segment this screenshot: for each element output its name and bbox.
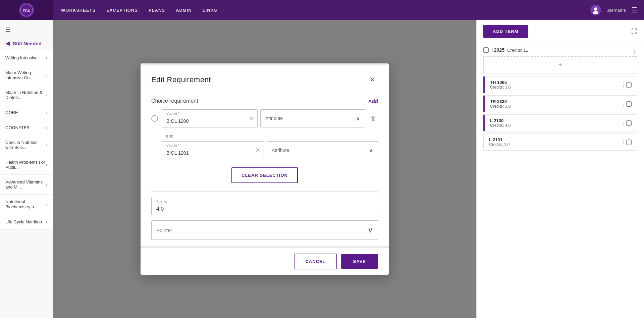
- course-card-1: TH 1065 Credits: 3.0 ⋮: [483, 76, 637, 93]
- course-checkbox-3[interactable]: [626, 120, 632, 126]
- nav-links: WORKSHEETS EXCEPTIONS PLANS ADMIN LINKS: [53, 8, 590, 13]
- course-label-2: Course *: [166, 144, 179, 147]
- nav-admin[interactable]: ADMIN: [176, 8, 192, 13]
- sidebar-item-nutritional-biochemistry[interactable]: Nutritional Biochemistry a... ›: [0, 195, 53, 214]
- sidebar-item-label: Conc in Nutrition with Scie...: [5, 140, 46, 150]
- right-panel-header: ADD TERM ⛶: [477, 20, 644, 43]
- course-card-4: L 2131 Credits: 1.0 ⋮: [483, 134, 637, 151]
- term-section: l 2025 Credits: 11 ⋮ + TH 1065 Credits: …: [477, 43, 644, 154]
- delete-requirement-button-1[interactable]: 🗑: [369, 114, 378, 123]
- course-checkbox-4[interactable]: [626, 140, 632, 145]
- sidebar-item-list: Writing Intensive › Major Writing Intens…: [0, 50, 53, 318]
- chevron-right-icon: ›: [46, 55, 47, 60]
- sidebar-item-writing-intensive[interactable]: Writing Intensive ›: [0, 50, 53, 65]
- attribute-label-1: Attribute: [265, 116, 283, 121]
- sidebar-toggle-button[interactable]: ☰: [0, 23, 53, 36]
- sidebar-item-health-problems[interactable]: Health Problems I or Publi... ›: [0, 155, 53, 175]
- back-arrow-icon: ◀: [5, 40, 10, 47]
- attribute-label-2: Attribute: [272, 148, 289, 153]
- modal-body: Choice requirement Add Course * ✕: [141, 91, 389, 245]
- sidebar-item-label: CORE: [5, 110, 18, 115]
- sidebar-item-conc-nutrition[interactable]: Conc in Nutrition with Scie... ›: [0, 135, 53, 155]
- course-info-2: TR 2330 Credits: 3.0: [490, 99, 621, 109]
- still-needed-title: Still Needed: [13, 41, 42, 46]
- chevron-right-icon: ›: [46, 92, 47, 98]
- course-info-1: TH 1065 Credits: 3.0: [490, 80, 621, 90]
- course-menu-icon-1[interactable]: ⋮: [621, 82, 626, 88]
- expand-icon[interactable]: ⛶: [631, 28, 637, 35]
- modal-close-button[interactable]: ✕: [367, 74, 378, 86]
- course-code-1: TH 1065: [490, 80, 621, 85]
- ecu-logo: ECU: [19, 3, 34, 17]
- pointer-dropdown[interactable]: Pointer ∨: [151, 220, 378, 240]
- content-area: Edit Requirement ✕ Choice requirement Ad…: [53, 20, 476, 318]
- sidebar-item-label: Nutritional Biochemistry a...: [5, 199, 46, 209]
- sidebar: ☰ ◀ Still Needed Writing Intensive › Maj…: [0, 20, 53, 318]
- course-menu-icon-4[interactable]: ⋮: [621, 139, 626, 145]
- save-button[interactable]: SAVE: [341, 254, 378, 269]
- sidebar-item-label: Major in Nutrition & Dieteti...: [5, 90, 46, 100]
- course-credits-4: Credits: 1.0: [489, 142, 621, 147]
- and-separator-label: and: [151, 133, 378, 141]
- req-fields-2: Course * ✕ Attribute ∨: [162, 141, 378, 159]
- sidebar-item-core[interactable]: CORE ›: [0, 105, 53, 120]
- add-requirement-link[interactable]: Add: [368, 98, 378, 104]
- course-clear-button-2[interactable]: ✕: [255, 147, 260, 154]
- sidebar-item-label: Health Problems I or Publi...: [5, 160, 46, 170]
- term-title: l 2025: [491, 47, 504, 53]
- sidebar-item-life-cycle[interactable]: Life Cycle Nutrition ›: [0, 214, 53, 229]
- course-info-4: L 2131 Credits: 1.0: [489, 137, 621, 147]
- chevron-right-icon: ›: [46, 110, 47, 115]
- credits-field-label: Credits: [156, 200, 167, 204]
- course-menu-icon-3[interactable]: ⋮: [621, 120, 626, 126]
- course-checkbox-1[interactable]: [626, 82, 632, 88]
- user-avatar-icon[interactable]: [590, 5, 601, 15]
- course-checkbox-2[interactable]: [626, 101, 632, 107]
- course-code-3: L 2130: [490, 118, 621, 123]
- cancel-button[interactable]: CANCEL: [294, 254, 337, 269]
- hamburger-menu-icon[interactable]: ☰: [631, 6, 637, 14]
- term-checkbox[interactable]: [483, 47, 489, 53]
- nav-links[interactable]: LINKS: [203, 8, 217, 13]
- course-menu-icon-2[interactable]: ⋮: [621, 101, 626, 107]
- clear-selection-button[interactable]: CLEAR SELECTION: [231, 167, 298, 183]
- sidebar-item-major-writing[interactable]: Major Writing Intensive Co... ›: [0, 65, 53, 85]
- chevron-right-icon: ›: [46, 182, 47, 187]
- sidebar-item-cognates[interactable]: COGNATES ›: [0, 120, 53, 135]
- req-fields-1: Course * ✕ Attribute ∨: [162, 109, 365, 127]
- requirement-row-1: Course * ✕ Attribute ∨ 🗑: [151, 109, 378, 127]
- logo-area: ECU: [0, 0, 53, 20]
- add-course-button[interactable]: +: [483, 56, 637, 73]
- attribute-dropdown-2[interactable]: Attribute ∨: [267, 141, 378, 159]
- course-input-1[interactable]: Course * ✕: [162, 109, 258, 127]
- sidebar-item-label: Major Writing Intensive Co...: [5, 70, 46, 80]
- sidebar-item-label: Writing Intensive: [5, 55, 38, 60]
- nav-exceptions[interactable]: EXCEPTIONS: [106, 8, 138, 13]
- attribute-dropdown-1[interactable]: Attribute ∨: [260, 109, 365, 127]
- nav-worksheets[interactable]: WORKSHEETS: [61, 8, 96, 13]
- main-layout: ☰ ◀ Still Needed Writing Intensive › Maj…: [0, 20, 644, 318]
- sidebar-back-button[interactable]: ◀ Still Needed: [0, 36, 53, 50]
- sidebar-item-advanced-vitamins[interactable]: Advanced Vitamins and Mi... ›: [0, 175, 53, 195]
- add-term-button[interactable]: ADD TERM: [483, 25, 528, 38]
- choice-requirement-title: Choice requirement: [151, 98, 198, 104]
- course-input-2[interactable]: Course * ✕: [162, 141, 264, 159]
- course-clear-button-1[interactable]: ✕: [249, 115, 254, 122]
- course-credits-1: Credits: 3.0: [490, 85, 621, 90]
- scroll-indicator-top: [141, 63, 389, 66]
- svg-point-3: [593, 11, 598, 14]
- sidebar-item-major-nutrition[interactable]: Major in Nutrition & Dieteti... ›: [0, 85, 53, 105]
- radio-button-1[interactable]: [151, 115, 158, 122]
- credits-input[interactable]: [152, 197, 378, 215]
- term-menu-icon[interactable]: ⋮: [631, 46, 637, 54]
- modal-overlay: Edit Requirement ✕ Choice requirement Ad…: [53, 20, 476, 318]
- credits-info: Credits: 11: [507, 48, 528, 53]
- pointer-label: Pointer: [156, 227, 172, 233]
- course-actions-3: ⋮: [621, 120, 626, 126]
- chevron-right-icon: ›: [46, 142, 47, 148]
- credits-field-wrapper[interactable]: Credits: [151, 197, 378, 215]
- nav-plans[interactable]: PLANS: [149, 8, 165, 13]
- chevron-right-icon: ›: [46, 125, 47, 130]
- sidebar-item-label: Advanced Vitamins and Mi...: [5, 179, 46, 190]
- course-card-3: L 2130 Credits: 4.0 ⋮: [483, 114, 637, 131]
